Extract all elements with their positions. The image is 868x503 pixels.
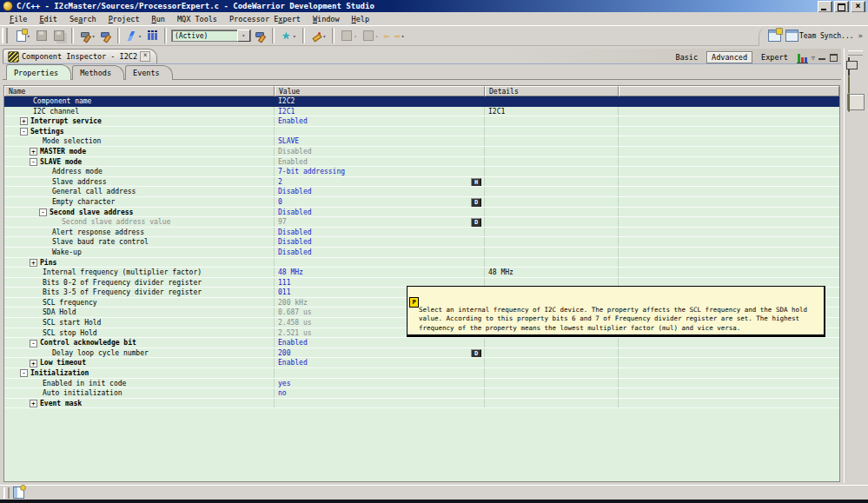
value-badge-d: D — [471, 198, 481, 207]
close-tab-icon[interactable] — [140, 51, 150, 62]
save-button[interactable] — [34, 28, 50, 43]
menu-file[interactable]: File — [3, 14, 33, 24]
save-all-button[interactable] — [51, 28, 67, 43]
column-header-extra[interactable] — [619, 86, 839, 96]
table-row[interactable]: I2C channelI2C1I2C1 — [4, 107, 839, 117]
property-name: Second slave address value — [62, 218, 170, 226]
column-header-value[interactable]: Value — [275, 86, 485, 96]
build-all-button[interactable] — [98, 29, 113, 43]
prev-annotation-button[interactable] — [361, 28, 381, 43]
tab-methods[interactable]: Methods — [72, 65, 124, 80]
menu-search[interactable]: Search — [63, 14, 103, 24]
table-row[interactable]: General call addressDisabled — [4, 187, 839, 197]
menu-run[interactable]: Run — [146, 14, 171, 24]
table-row[interactable]: Slave baud rate controlDisabled — [4, 237, 839, 248]
chevron-down-icon[interactable] — [354, 33, 357, 39]
table-row[interactable]: Second slave address value97D — [4, 217, 839, 228]
back-button[interactable] — [381, 29, 391, 43]
table-row[interactable]: Wake-upDisabled — [4, 248, 839, 258]
table-row[interactable]: Auto initializationno — [4, 388, 839, 399]
menu-edit[interactable]: Edit — [33, 14, 63, 24]
chevron-down-icon[interactable] — [323, 33, 327, 39]
menu-mqx-tools[interactable]: MQX Tools — [171, 14, 223, 24]
expand-icon[interactable]: + — [30, 400, 37, 407]
component-shortcut-2[interactable] — [847, 94, 865, 110]
minimize-button[interactable] — [818, 1, 832, 13]
mode-button-basic[interactable]: Basic — [671, 51, 704, 63]
table-row[interactable]: Enabled in init codeyes — [4, 379, 839, 389]
debug-button[interactable] — [279, 29, 298, 43]
table-row[interactable]: Address mode7-bit addressing — [4, 167, 839, 177]
tab-component-inspector[interactable]: Component Inspector - I2C2 — [3, 49, 157, 63]
table-row[interactable]: Slave address2H — [4, 177, 839, 188]
column-header-name[interactable]: Name — [4, 86, 275, 96]
table-row[interactable]: Mode selectionSLAVE — [4, 136, 839, 147]
team-sync-perspective-button[interactable]: Team Synch... — [784, 28, 856, 43]
tab-events[interactable]: Events — [125, 65, 173, 80]
tab-properties[interactable]: Properties — [6, 64, 71, 80]
fast-view-icon[interactable] — [13, 486, 24, 499]
table-row[interactable]: Delay loop cycle number200D — [4, 348, 839, 359]
mode-button-advanced[interactable]: Advanced — [706, 51, 752, 63]
expand-icon[interactable]: + — [30, 360, 37, 367]
table-row[interactable]: +Low timeoutEnabled — [4, 358, 839, 368]
chevron-down-icon[interactable] — [293, 33, 296, 39]
build-button[interactable] — [78, 29, 97, 43]
toolbar-separator — [164, 28, 167, 43]
menu-help[interactable]: Help — [346, 14, 375, 24]
close-button[interactable] — [851, 1, 865, 13]
next-annotation-button[interactable] — [339, 28, 359, 43]
combo-dropdown-button[interactable] — [237, 30, 250, 42]
collapse-icon[interactable]: - — [20, 369, 28, 377]
chevron-down-icon[interactable] — [401, 33, 405, 39]
table-row[interactable]: +Pins — [4, 258, 839, 268]
table-row[interactable]: +MASTER modeDisabled — [4, 147, 839, 157]
perspective-overflow-chevron[interactable] — [858, 31, 863, 40]
table-row[interactable]: +Interrupt serviceEnabled — [4, 116, 839, 127]
flash-config-button[interactable] — [253, 29, 268, 43]
component-shortcut-1[interactable] — [847, 76, 865, 92]
table-row[interactable]: Empty character0D — [4, 197, 839, 208]
table-row[interactable]: -Settings — [4, 127, 839, 137]
table-row[interactable]: -SLAVE modeEnabled — [4, 157, 839, 168]
chart-icon[interactable] — [797, 52, 808, 63]
table-row[interactable]: Internal frequency (multiplier factor)48… — [4, 268, 839, 278]
collapse-icon[interactable]: - — [30, 340, 37, 347]
table-row[interactable]: -Initialization — [4, 368, 839, 379]
collapse-icon[interactable]: - — [30, 158, 37, 166]
run-tool-button[interactable] — [309, 29, 328, 43]
property-details: 48 MHz — [485, 268, 619, 277]
menu-processor-expert[interactable]: Processor Expert — [223, 14, 307, 24]
collapse-icon[interactable]: - — [39, 208, 47, 216]
toolbar-grip[interactable] — [2, 28, 8, 43]
flash-programmer-button[interactable] — [124, 29, 143, 43]
fast-view-handle[interactable] — [848, 50, 863, 56]
menu-project[interactable]: Project — [103, 14, 146, 24]
column-header-details[interactable]: Details — [485, 86, 619, 96]
table-row[interactable]: -Second slave addressDisabled — [4, 208, 839, 218]
chevron-down-icon[interactable] — [375, 33, 379, 39]
open-perspective-icon[interactable] — [768, 30, 781, 42]
menu-window[interactable]: Window — [307, 14, 346, 24]
collapse-icon[interactable]: - — [20, 128, 28, 136]
minimize-view-icon[interactable] — [818, 54, 826, 61]
maximize-view-icon[interactable] — [830, 54, 838, 61]
forward-button[interactable] — [393, 29, 406, 43]
view-menu-icon[interactable] — [812, 53, 815, 62]
restore-view-button[interactable] — [847, 57, 865, 74]
launch-config-combobox[interactable]: (Active) — [171, 30, 251, 42]
launch-config-value: (Active) — [175, 32, 209, 40]
table-row[interactable]: Alert response addressDisabled — [4, 228, 839, 238]
table-row[interactable]: +Event mask — [4, 399, 839, 409]
expand-icon[interactable]: + — [20, 117, 28, 125]
new-file-button[interactable] — [13, 29, 32, 43]
table-row[interactable]: Component nameI2C2 — [4, 96, 839, 107]
chevron-down-icon[interactable] — [92, 33, 96, 39]
chevron-down-icon[interactable] — [138, 33, 142, 39]
expand-icon[interactable]: + — [30, 148, 37, 156]
mode-button-expert[interactable]: Expert — [756, 51, 793, 63]
table-row[interactable]: -Control acknowledge bitEnabled — [4, 338, 839, 348]
search-button[interactable] — [145, 29, 160, 43]
expand-icon[interactable]: + — [30, 259, 37, 267]
restore-button[interactable] — [834, 1, 849, 13]
